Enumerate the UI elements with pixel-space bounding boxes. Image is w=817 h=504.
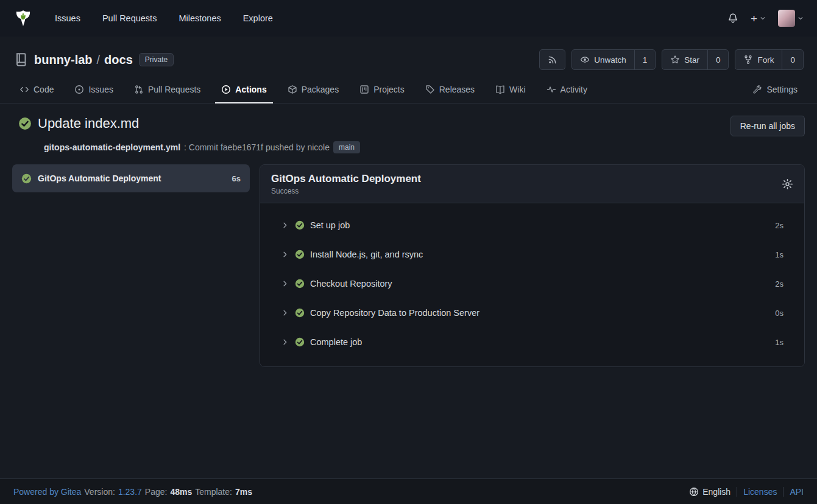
tab-issues[interactable]: Issues [68,78,119,103]
nav-item-issues[interactable]: Issues [55,13,80,23]
chevron-right-icon[interactable] [281,309,289,317]
step-duration: 1s [775,250,783,259]
star-button-group: Star 0 [662,49,729,70]
api-link[interactable]: API [790,487,804,497]
branch-badge[interactable]: main [333,141,360,153]
step-row[interactable]: Install Node.js, git, and rsync 1s [260,240,804,269]
repo-action-buttons: Unwatch 1 Star 0 Fork [539,49,804,70]
success-check-icon [295,250,305,259]
success-check-icon [18,117,32,130]
rss-button[interactable] [540,50,565,69]
watch-button-group: Unwatch 1 [571,49,656,70]
repo-name-link[interactable]: docs [104,53,133,67]
footer-right: English Licenses API [689,487,804,497]
private-badge: Private [139,53,174,66]
powered-by-gitea-link[interactable]: Powered by Gitea [13,487,81,497]
nav-item-explore[interactable]: Explore [243,13,273,23]
tab-pull-requests[interactable]: Pull Requests [128,78,207,103]
step-name: Install Node.js, git, and rsync [310,250,769,259]
tab-projects[interactable]: Projects [353,78,411,103]
star-button[interactable]: Star [662,50,707,69]
navbar-left: Issues Pull Requests Milestones Explore [13,9,273,28]
page-time: 48ms [170,487,192,497]
tab-packages[interactable]: Packages [281,78,345,103]
tools-icon [752,85,762,94]
fork-count[interactable]: 0 [782,50,803,69]
step-list: Set up job 2s Install Node.js, git, and … [260,203,804,366]
tab-label: Wiki [509,85,525,94]
step-row[interactable]: Set up job 2s [260,211,804,240]
step-name: Checkout Repository [310,279,769,289]
project-board-icon [359,85,369,94]
tab-wiki[interactable]: Wiki [489,78,531,103]
run-title: Update index.md [38,116,139,131]
package-icon [288,85,297,94]
step-name: Copy Repository Data to Production Serve… [310,308,769,318]
rerun-all-jobs-button[interactable]: Re-run all jobs [730,116,805,136]
bell-icon [727,13,738,24]
job-list: GitOps Automatic Deployment 6s [12,164,250,192]
commit-description: : Commit faebe1671f pushed by nicole [184,142,330,152]
language-selector[interactable]: English [689,487,730,497]
job-list-item[interactable]: GitOps Automatic Deployment 6s [12,164,250,192]
job-panel-title: GitOps Automatic Deployment [271,173,421,185]
licenses-link[interactable]: Licenses [743,487,777,497]
job-options-button[interactable] [782,178,793,190]
nav-item-pull-requests[interactable]: Pull Requests [102,13,157,23]
repo-owner-link[interactable]: bunny-lab [34,53,93,67]
rss-icon [548,55,557,65]
unwatch-label: Unwatch [594,55,626,65]
user-menu-button[interactable] [778,10,804,27]
workflow-file-link[interactable]: gitops-automatic-deployment.yml [44,142,180,152]
step-row[interactable]: Copy Repository Data to Production Serve… [260,298,804,327]
tab-label: Projects [373,85,405,94]
chevron-right-icon[interactable] [281,279,289,288]
star-count[interactable]: 0 [707,50,729,69]
pull-request-icon [134,85,144,94]
success-check-icon [295,337,305,347]
fork-button-group: Fork 0 [735,49,804,70]
chevron-down-icon [760,15,766,21]
success-check-icon [295,220,305,230]
repo-title-row: bunny-lab / docs Private Unwatch [0,46,817,73]
run-body: GitOps Automatic Deployment 6s GitOps Au… [12,164,805,367]
tab-releases[interactable]: Releases [419,78,481,103]
tab-label: Actions [235,85,266,94]
chevron-right-icon[interactable] [281,338,289,346]
page-footer: Powered by Gitea Version: 1.23.7 Page: 4… [0,478,817,504]
unwatch-button[interactable]: Unwatch [572,50,634,69]
tab-actions[interactable]: Actions [215,78,272,103]
gitea-logo[interactable] [13,9,33,28]
step-row[interactable]: Checkout Repository 2s [260,269,804,298]
repo-header: bunny-lab / docs Private Unwatch [0,37,817,103]
job-detail-panel: GitOps Automatic Deployment Success [260,164,805,367]
nav-item-milestones[interactable]: Milestones [179,13,221,23]
chevron-right-icon[interactable] [281,221,289,229]
step-name: Complete job [310,337,769,347]
version-link[interactable]: 1.23.7 [118,487,142,497]
eye-icon [580,55,590,65]
tab-label: Pull Requests [148,85,200,94]
fork-button[interactable]: Fork [735,50,782,69]
tab-label: Activity [561,85,587,94]
run-title-line: Update index.md [12,116,139,131]
rss-button-group [539,49,565,70]
notifications-button[interactable] [727,13,738,24]
tab-code[interactable]: Code [13,78,60,103]
gitea-logo-icon [13,9,33,28]
job-panel-titles: GitOps Automatic Deployment Success [271,173,421,195]
chevron-right-icon[interactable] [281,250,289,259]
footer-divider [783,487,783,497]
job-status-text: Success [271,187,421,195]
success-check-icon [295,308,305,318]
template-time: 7ms [235,487,252,497]
avatar [778,10,795,27]
language-label: English [702,487,730,497]
success-check-icon [21,173,32,184]
step-row[interactable]: Complete job 1s [260,327,804,357]
create-new-button[interactable]: + [751,13,766,24]
tab-settings[interactable]: Settings [746,78,804,103]
job-name: GitOps Automatic Deployment [38,173,226,183]
watch-count[interactable]: 1 [634,50,656,69]
tab-activity[interactable]: Activity [540,78,593,103]
